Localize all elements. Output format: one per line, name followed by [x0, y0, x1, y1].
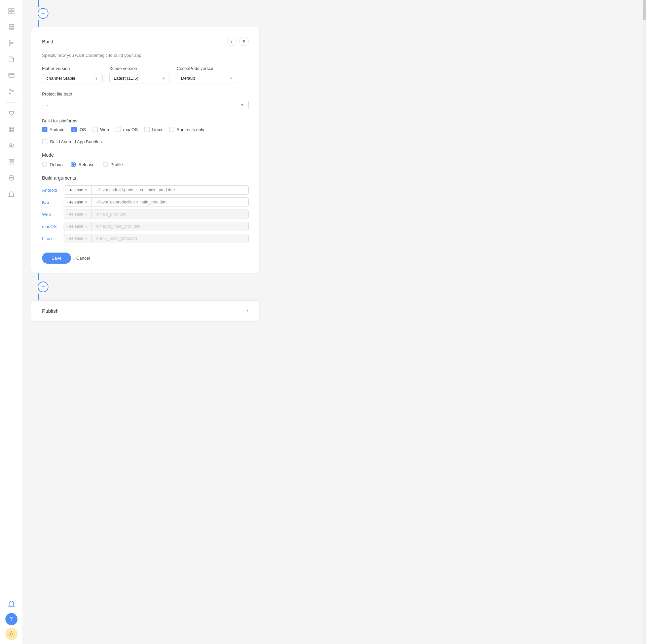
android-arg-wrapper: --release ▼ --flavor android-production … [64, 185, 249, 195]
flutter-version-chevron: ▼ [95, 76, 98, 80]
project-file-path-group: Project file path - ▼ [42, 91, 249, 110]
arg-row-android: Android --release ▼ --flavor android-pro… [42, 185, 249, 195]
arg-platform-android: Android [42, 188, 60, 193]
card-title: Build [42, 39, 53, 44]
timeline-line-bottom-bot [38, 294, 39, 300]
android-checkbox[interactable] [42, 127, 47, 132]
arg-row-macos: macOS --release ▼ -t macos_main_prod.dar… [42, 222, 249, 231]
linux-arg-value: -t linux_main_prod.dart [92, 234, 248, 243]
web-flag-value: --release [67, 212, 83, 217]
sidebar-icon-repository[interactable] [5, 36, 18, 50]
platform-linux[interactable]: Linux [144, 127, 162, 132]
timeline-line-bottom-top [38, 273, 39, 280]
sidebar-icon-logs[interactable] [5, 155, 18, 168]
settings-icon[interactable] [5, 628, 17, 640]
ios-flag-select[interactable]: --release ▼ [64, 198, 92, 206]
linux-flag-chevron: ▼ [84, 237, 88, 240]
add-step-button-bottom[interactable]: + [38, 281, 48, 292]
web-flag-chevron: ▼ [84, 213, 88, 216]
info-button[interactable]: i [227, 37, 237, 46]
build-bundles-group: Build Android App Bundles [42, 139, 249, 144]
svg-point-11 [9, 93, 11, 94]
xcode-version-chevron: ▼ [162, 76, 166, 80]
timeline-line-top [38, 0, 39, 7]
sidebar-icon-notifications[interactable] [5, 187, 18, 201]
svg-rect-6 [9, 29, 14, 29]
sidebar-icon-files[interactable] [5, 52, 18, 66]
build-platforms-group: Build for platforms Android iOS Web [42, 118, 249, 132]
macos-flag-value: --release [67, 224, 83, 229]
card-description: Specify how you want Codemagic to build … [42, 53, 249, 58]
publish-title: Publish [42, 308, 59, 314]
add-step-button-top[interactable]: + [38, 8, 48, 19]
sidebar-icon-branches[interactable] [5, 85, 18, 98]
mode-profile[interactable]: Profile [103, 162, 123, 167]
android-arg-value: --flavor android-production -t main_prod… [92, 186, 248, 194]
sidebar-divider-1 [6, 102, 16, 103]
android-flag-select[interactable]: --release ▼ [64, 186, 92, 194]
profile-label: Profile [110, 162, 123, 167]
arg-platform-ios: iOS [42, 200, 60, 205]
sidebar-icon-builds[interactable] [5, 20, 18, 34]
xcode-version-value: Latest (11.5) [114, 76, 138, 81]
platform-macos[interactable]: macOS [116, 127, 138, 132]
save-button[interactable]: Save [42, 253, 71, 264]
linux-label: Linux [152, 127, 162, 132]
debug-radio[interactable] [42, 162, 47, 167]
platform-android[interactable]: Android [42, 127, 65, 132]
sidebar-icon-projects[interactable] [5, 4, 18, 17]
android-flag-value: --release [67, 188, 83, 192]
sidebar-icon-environments[interactable] [5, 69, 18, 82]
arg-platform-linux: Linux [42, 236, 60, 241]
svg-point-15 [9, 176, 14, 178]
scrollbar-thumb[interactable] [643, 0, 646, 20]
web-arg-wrapper: --release ▼ -t main_prod.dart [64, 210, 249, 219]
sidebar-icon-cache[interactable] [5, 171, 18, 185]
svg-rect-9 [9, 73, 14, 77]
bundles-checkbox[interactable] [42, 139, 47, 144]
card-actions: i ▼ [227, 37, 249, 46]
macos-flag-select: --release ▼ [64, 222, 92, 231]
run-tests-checkbox[interactable] [169, 127, 174, 132]
svg-rect-1 [12, 8, 14, 11]
xcode-version-select[interactable]: Latest (11.5) ▼ [109, 73, 170, 83]
macos-flag-chevron: ▼ [84, 225, 88, 228]
svg-rect-4 [9, 25, 14, 26]
arg-platform-macos: macOS [42, 224, 60, 229]
help-button[interactable]: ? [5, 613, 17, 625]
linux-checkbox[interactable] [144, 127, 150, 132]
macos-checkbox[interactable] [116, 127, 121, 132]
ios-checkbox[interactable] [71, 127, 77, 132]
release-radio[interactable] [71, 162, 76, 167]
sidebar: ? [0, 0, 23, 644]
flutter-version-label: Flutter version [42, 66, 103, 71]
main-content: + Build i ▼ Specify how you want Codemag… [23, 0, 646, 644]
project-file-path-select[interactable]: - ▼ [42, 100, 249, 110]
cancel-button[interactable]: Cancel [76, 256, 90, 261]
platforms-row: Android iOS Web macOS [42, 127, 249, 132]
platform-run-tests[interactable]: Run tests only [169, 127, 204, 132]
platform-web[interactable]: Web [93, 127, 109, 132]
profile-radio[interactable] [103, 162, 108, 167]
bell-icon[interactable] [5, 597, 18, 610]
publish-chevron[interactable]: › [247, 307, 249, 314]
mode-release[interactable]: Release [71, 162, 95, 167]
sidebar-icon-teams[interactable] [5, 139, 18, 152]
version-selectors-row: Flutter version channel Stable ▼ Xcode v… [42, 66, 249, 83]
run-tests-label: Run tests only [176, 127, 204, 132]
platform-ios[interactable]: iOS [71, 127, 86, 132]
mode-section: Mode Debug Release Profile [42, 152, 249, 167]
sidebar-icon-artifacts[interactable] [5, 107, 18, 120]
sidebar-bottom: ? [5, 597, 18, 640]
flutter-version-select[interactable]: channel Stable ▼ [42, 73, 103, 83]
macos-arg-wrapper: --release ▼ -t macos_main_prod.dart [64, 222, 249, 231]
cocoapods-version-select[interactable]: Default ▼ [177, 73, 237, 83]
mode-debug[interactable]: Debug [42, 162, 63, 167]
web-checkbox[interactable] [93, 127, 98, 132]
expand-button[interactable]: ▼ [239, 37, 249, 46]
svg-point-16 [10, 633, 12, 635]
sidebar-icon-triggers[interactable] [5, 123, 18, 136]
cocoapods-version-value: Default [181, 76, 195, 81]
svg-rect-3 [12, 11, 14, 14]
build-arguments-title: Build arguments [42, 175, 249, 181]
